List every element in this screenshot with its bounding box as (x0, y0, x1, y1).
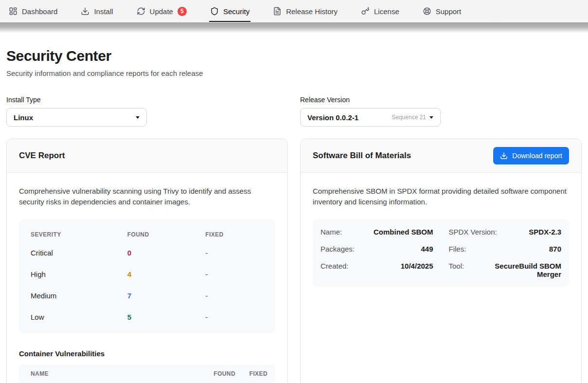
chevron-down-icon (136, 116, 140, 119)
severity-label: Critical (31, 249, 127, 257)
sbom-detail-pair: SPDX Version:SPDX-2.3 (441, 223, 570, 240)
filters-row: Install Type Linux Release Version Versi… (6, 96, 582, 127)
nav-tab-label: Support (436, 7, 462, 16)
page-subtitle: Security information and compliance repo… (6, 69, 582, 77)
sbom-detail-value: 10/4/2025 (401, 262, 433, 270)
page-title: Security Center (6, 48, 582, 64)
sbom-details-row: Created:10/4/2025Tool:SecureBuild SBOM M… (313, 257, 569, 283)
shield-icon (210, 7, 219, 16)
sbom-detail-pair: Tool:SecureBuild SBOM Merger (441, 257, 570, 283)
severity-row-low: Low5- (31, 306, 264, 328)
found-count: 5 (127, 313, 205, 321)
report-cards: CVE Report Comprehensive vulnerability s… (6, 139, 582, 383)
severity-rows: Critical0-High4-Medium7-Low5- (31, 242, 264, 328)
severity-table: SEVERITY FOUND FIXED Critical0-High4-Med… (19, 219, 275, 333)
release-sequence: Sequence 21 (392, 114, 426, 121)
chevron-down-icon (429, 116, 433, 119)
sbom-detail-value: 449 (421, 245, 433, 253)
key-icon (361, 7, 370, 16)
nav-tab-release-history[interactable]: Release History (273, 0, 338, 22)
sbom-card: Software Bill of Materials Download repo… (300, 139, 582, 383)
nav-tab-license[interactable]: License (361, 0, 399, 22)
sbom-detail-value: SPDX-2.3 (529, 228, 561, 236)
refresh-icon (137, 7, 145, 16)
install-type-select[interactable]: Linux (6, 108, 147, 127)
nav-tab-dashboard[interactable]: Dashboard (9, 0, 57, 22)
top-navigation: DashboardInstallUpdate5SecurityRelease H… (0, 0, 588, 22)
nav-tab-label: License (374, 7, 399, 16)
sbom-detail-pair: Name:Combined SBOM (313, 223, 441, 240)
download-report-label: Download report (512, 152, 562, 160)
download-icon (500, 152, 508, 160)
severity-row-medium: Medium7- (31, 285, 264, 306)
cve-card-body: Comprehensive vulnerability scanning usi… (7, 173, 287, 383)
nav-tab-support[interactable]: Support (423, 0, 462, 22)
cve-card-title: CVE Report (19, 151, 65, 161)
sbom-card-body: Comprehensive SBOM in SPDX format provid… (301, 173, 581, 300)
cve-card-header: CVE Report (7, 139, 287, 173)
release-version-label: Release Version (300, 96, 582, 104)
file-text-icon (273, 7, 282, 16)
fixed-count: - (205, 249, 264, 257)
fixed-count: - (205, 292, 264, 300)
update-count-badge: 5 (178, 7, 187, 16)
sbom-details-row: Name:Combined SBOMSPDX Version:SPDX-2.3 (313, 223, 569, 240)
sbom-detail-value: SecureBuild SBOM Merger (469, 262, 561, 278)
fixed-col-header: FIXED (235, 370, 267, 377)
install-type-value: Linux (14, 113, 33, 122)
nav-tab-label: Security (223, 7, 249, 16)
sbom-detail-label: Packages: (321, 245, 355, 253)
nav-tab-install[interactable]: Install (81, 0, 113, 22)
dashboard-icon (9, 7, 18, 16)
download-icon (81, 7, 89, 16)
container-vulns-title: Container Vulnerabilities (19, 349, 275, 358)
sbom-detail-pair: Files:870 (441, 240, 570, 257)
nav-tab-label: Install (94, 7, 113, 16)
found-col-header: FOUND (198, 370, 235, 377)
fixed-count: - (205, 270, 264, 278)
cve-report-card: CVE Report Comprehensive vulnerability s… (6, 139, 288, 383)
install-type-label: Install Type (6, 96, 288, 104)
severity-label: Medium (31, 292, 127, 300)
sbom-detail-pair: Created:10/4/2025 (313, 257, 441, 283)
sbom-detail-value: Combined SBOM (374, 228, 433, 236)
release-version-meta: Sequence 21 (392, 114, 433, 121)
nav-shadow-divider (0, 22, 588, 33)
install-type-filter: Install Type Linux (6, 96, 288, 127)
severity-label: Low (31, 313, 127, 321)
severity-table-header: SEVERITY FOUND FIXED (31, 223, 264, 242)
security-center-page: DashboardInstallUpdate5SecurityRelease H… (0, 0, 588, 383)
release-version-value: Version 0.0.2-1 (307, 113, 358, 122)
release-version-select[interactable]: Version 0.0.2-1 Sequence 21 (300, 108, 441, 127)
sbom-detail-value: 870 (549, 245, 561, 253)
sbom-detail-label: Files: (449, 245, 466, 253)
sbom-card-title: Software Bill of Materials (313, 151, 411, 161)
release-version-filter: Release Version Version 0.0.2-1 Sequence… (300, 96, 582, 127)
sbom-card-header: Software Bill of Materials Download repo… (301, 139, 581, 173)
download-report-button[interactable]: Download report (493, 147, 569, 164)
container-vulns-table-header: NAME FOUND FIXED (19, 365, 275, 383)
nav-tab-label: Update (150, 7, 173, 16)
main-content: Security Center Security information and… (0, 48, 588, 383)
nav-tab-label: Dashboard (22, 7, 57, 16)
sbom-detail-pair: Packages:449 (313, 240, 441, 257)
severity-row-high: High4- (31, 263, 264, 285)
found-count: 0 (127, 249, 205, 257)
sbom-description: Comprehensive SBOM in SPDX format provid… (313, 186, 568, 207)
found-count: 4 (127, 270, 205, 278)
fixed-col-header: FIXED (205, 231, 264, 238)
nav-tab-security[interactable]: Security (210, 0, 249, 22)
fixed-count: - (205, 313, 264, 321)
found-col-header: FOUND (127, 231, 205, 238)
sbom-detail-label: Tool: (449, 262, 464, 270)
sbom-detail-label: Name: (321, 228, 342, 236)
sbom-details-row: Packages:449Files:870 (313, 240, 569, 257)
severity-row-critical: Critical0- (31, 242, 264, 263)
found-count: 7 (127, 292, 205, 300)
life-buoy-icon (423, 7, 431, 16)
severity-col-header: SEVERITY (31, 231, 127, 238)
severity-label: High (31, 270, 127, 278)
nav-tab-update[interactable]: Update5 (137, 0, 187, 22)
sbom-details-table: Name:Combined SBOMSPDX Version:SPDX-2.3P… (313, 219, 569, 287)
sbom-detail-label: SPDX Version: (449, 228, 497, 236)
